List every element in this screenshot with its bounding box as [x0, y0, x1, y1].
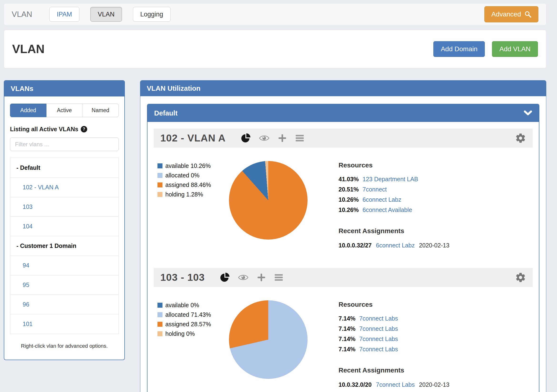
list-icon[interactable] [274, 274, 283, 281]
resource-rows: 7.14% 7connect Labs 7.14% 7connect Labs [338, 315, 450, 353]
resource-link[interactable]: 7connect [363, 186, 387, 193]
pie-chart-icon[interactable] [241, 133, 250, 143]
domain-panel-title: Default [154, 109, 178, 117]
plus-icon[interactable] [278, 134, 287, 142]
tab-vlan[interactable]: VLAN [90, 7, 122, 22]
vlan-list-item[interactable]: 103 [10, 197, 118, 216]
search-icon [524, 11, 532, 18]
filter-vlans-input[interactable] [10, 137, 119, 151]
vlan-card-actions [220, 273, 283, 282]
legend-item-holding[interactable]: holding 0% [157, 330, 229, 337]
sidebar-panel-header: VLANs [4, 81, 124, 97]
plus-icon[interactable] [257, 273, 266, 282]
vlans-sidebar-panel: VLANs Added Active Named Listing all Act… [4, 80, 125, 360]
legend-value: 88.46% [191, 181, 211, 188]
top-toolbar: VLAN IPAM VLAN Logging Advanced [4, 3, 546, 25]
breadcrumb: VLAN [12, 10, 32, 19]
sidebar-panel-title: VLANs [11, 85, 33, 93]
legend-swatch-available [157, 163, 163, 168]
resource-rows: 41.03% 123 Department LAB 20.51% 7connec… [338, 176, 450, 213]
resource-link[interactable]: 123 Department LAB [363, 176, 418, 183]
legend-value: 0% [191, 302, 199, 309]
resource-row: 20.51% 7connect [338, 186, 450, 193]
legend-item-allocated[interactable]: allocated 71.43% [157, 311, 229, 318]
resources-heading: Resources [338, 162, 450, 169]
assignment-cidr: 10.0.32.0/20 [338, 381, 372, 388]
resource-link[interactable]: 6connect Labz [363, 196, 401, 203]
page-title: VLAN [12, 42, 45, 56]
add-vlan-button[interactable]: Add VLAN [492, 41, 538, 57]
gear-icon[interactable] [515, 272, 526, 283]
legend-item-assigned[interactable]: assigned 28.57% [157, 321, 229, 328]
tab-ipam[interactable]: IPAM [49, 7, 79, 22]
legend-item-assigned[interactable]: assigned 88.46% [157, 181, 229, 188]
add-domain-button[interactable]: Add Domain [433, 41, 485, 57]
legend-item-allocated[interactable]: allocated 0% [157, 172, 229, 179]
legend-value: 28.57% [191, 321, 211, 328]
vlan-list-item[interactable]: 102 - VLAN A [10, 177, 118, 197]
assignment-cidr: 10.0.0.32/27 [338, 242, 372, 249]
domain-panel-body: 102 - VLAN A [147, 122, 539, 392]
vlan-utilization-panel: VLAN Utilization Default [140, 80, 546, 392]
chevron-down-icon[interactable] [524, 110, 532, 116]
pie-chart-icon[interactable] [220, 273, 229, 282]
legend-item-holding[interactable]: holding 1.28% [157, 191, 229, 198]
eye-icon[interactable] [238, 274, 248, 281]
tab-active[interactable]: Active [46, 104, 83, 117]
vlan-card-actions [241, 133, 304, 143]
legend-swatch-assigned [157, 322, 163, 327]
advanced-button-label: Advanced [491, 10, 521, 18]
assignment-date: 2020-02-13 [419, 242, 450, 249]
vlan-list-item[interactable]: 104 [10, 216, 118, 236]
vlan-list-item[interactable]: 94 [10, 255, 118, 275]
domain-panel-header[interactable]: Default [147, 104, 539, 122]
utilization-panel-header: VLAN Utilization [140, 81, 546, 96]
resource-link[interactable]: 6connect Available [363, 206, 412, 213]
resources-heading: Resources [338, 301, 450, 308]
vlan-list-item[interactable]: 95 [10, 275, 118, 294]
sidebar-footer-note: Right-click vlan for advanced options. [10, 343, 119, 349]
legend-swatch-holding [157, 331, 163, 336]
assignment-link[interactable]: 6connect Labz [376, 242, 415, 249]
vlan-group-customer1[interactable]: - Customer 1 Domain [10, 236, 118, 255]
vlan-list-item[interactable]: 96 [10, 294, 118, 314]
legend-label: holding [165, 330, 185, 337]
resource-row: 7.14% 7connect Labs [338, 315, 450, 322]
legend-item-available[interactable]: available 10.26% [157, 163, 229, 169]
list-icon[interactable] [295, 134, 304, 142]
legend-value: 10.26% [191, 163, 211, 169]
assignment-row: 10.0.32.0/20 7connect Labs 2020-02-13 [338, 381, 450, 388]
vlan-card-title: 103 - 103 [160, 272, 205, 283]
resource-row: 41.03% 123 Department LAB [338, 176, 450, 183]
resource-percent: 7.14% [338, 325, 355, 332]
vlan-card-102: 102 - VLAN A [154, 129, 533, 257]
resource-link[interactable]: 7connect Labs [359, 315, 398, 322]
legend-label: assigned [165, 321, 189, 328]
vlan-group-default[interactable]: - Default [10, 158, 118, 177]
utilization-pie-chart[interactable] [229, 161, 308, 240]
resource-percent: 7.14% [338, 346, 355, 353]
assignment-row: 10.0.0.32/27 6connect Labz 2020-02-13 [338, 242, 450, 249]
resource-link[interactable]: 7connect Labs [359, 346, 398, 353]
vlan-list-item[interactable]: 101 [10, 314, 118, 334]
resource-link[interactable]: 7connect Labs [359, 335, 398, 343]
page-header: VLAN Add Domain Add VLAN [4, 30, 546, 68]
advanced-search-button[interactable]: Advanced [484, 6, 538, 22]
sidebar-body: Added Active Named Listing all Active VL… [4, 97, 124, 359]
resource-percent: 7.14% [338, 335, 355, 343]
assignment-link[interactable]: 7connect Labs [376, 381, 415, 388]
help-icon[interactable]: ? [81, 126, 87, 132]
resource-row: 7.14% 7connect Labs [338, 335, 450, 343]
vlan-card-103: 103 - 103 [154, 268, 533, 392]
eye-icon[interactable] [259, 134, 270, 142]
legend-label: holding [165, 191, 185, 198]
tab-named[interactable]: Named [82, 104, 119, 117]
tab-logging[interactable]: Logging [133, 7, 171, 22]
tab-added[interactable]: Added [10, 104, 46, 117]
legend-value: 0% [186, 330, 195, 337]
utilization-pie-chart[interactable] [229, 300, 308, 379]
legend-item-available[interactable]: available 0% [157, 302, 229, 309]
resource-percent: 10.26% [338, 196, 359, 203]
resource-link[interactable]: 7connect Labs [359, 325, 398, 332]
gear-icon[interactable] [515, 133, 526, 144]
